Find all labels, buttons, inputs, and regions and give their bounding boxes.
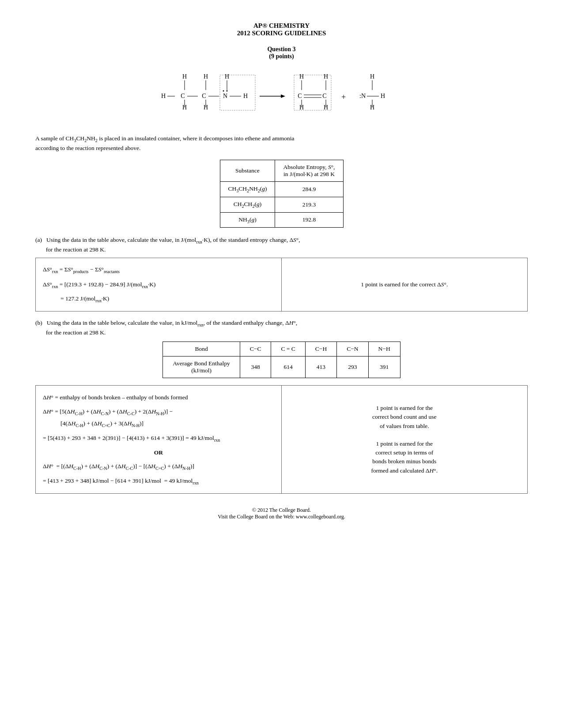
bond-cn-value: 293	[337, 356, 368, 378]
svg-marker-23	[281, 94, 285, 98]
substance-1: CH3CH2NH2(g)	[220, 182, 275, 197]
part-b-answer-box: ΔH° = enthalpy of bonds broken – enthalp…	[35, 385, 528, 494]
bond-nh-value: 391	[368, 356, 400, 378]
bond-table-header-nh: N−H	[368, 342, 400, 356]
part-a-scoring: 1 point is earned for the correct ΔS°.	[282, 258, 528, 311]
question-label: Question 3	[35, 46, 528, 53]
part-b-scoring-text-2: 1 point is earned for thecorrect setup i…	[371, 439, 438, 475]
chemical-equation-diagram: H H H H C C N H H H H H	[35, 69, 528, 126]
entropy-table: Substance Absolute Entropy, S°,in J/(mol…	[220, 160, 344, 228]
part-b-question: (b) Using the data in the table below, c…	[35, 319, 528, 337]
svg-text:H: H	[161, 93, 165, 99]
part-a-answer-left: ΔS°rxn = ΣS°products − ΣS°reactants ΔS°r…	[36, 258, 282, 311]
substance-3: NH3(g)	[220, 212, 275, 228]
svg-text:C: C	[322, 93, 326, 99]
svg-text::N: :N	[359, 93, 366, 99]
question-points: (9 points)	[35, 53, 528, 60]
bond-table-header-bond: Bond	[163, 342, 240, 356]
part-b-or: OR	[43, 447, 274, 458]
title-line1: AP® CHEMISTRY	[35, 22, 528, 30]
svg-text:H: H	[299, 73, 303, 80]
part-b-scoring: 1 point is earned for thecorrect bond co…	[282, 386, 528, 493]
entropy-value-1: 284.9	[275, 182, 343, 197]
part-b-answer-left: ΔH° = enthalpy of bonds broken – enthalp…	[36, 386, 282, 493]
part-a-eq1: ΔS°rxn = ΣS°products − ΣS°reactants	[43, 264, 274, 276]
footer-line2: Visit the College Board on the Web: www.…	[35, 514, 528, 520]
part-a-eq2: ΔS°rxn = [(219.3 + 192.8) − 284.9] J/(mo…	[43, 279, 274, 291]
entropy-table-header-substance: Substance	[220, 160, 275, 182]
svg-point-14	[223, 90, 224, 92]
page-header: AP® CHEMISTRY 2012 SCORING GUIDELINES	[35, 22, 528, 37]
bond-cdc-value: 614	[271, 356, 305, 378]
bond-enthalpy-label: Average Bond Enthalpy(kJ/mol)	[163, 356, 240, 378]
svg-text:H: H	[323, 73, 328, 80]
part-b-eq5: ΔH° = [(ΔHC-H) + (ΔHC-N) + (ΔHC-C)] − [(…	[43, 461, 274, 473]
bond-table-row-enthalpy: Average Bond Enthalpy(kJ/mol) 348 614 41…	[163, 356, 400, 378]
bond-table-header-cc: C−C	[240, 342, 271, 356]
part-a-answer-box: ΔS°rxn = ΣS°products − ΣS°reactants ΔS°r…	[35, 258, 528, 311]
entropy-value-3: 192.8	[275, 212, 343, 228]
question-title: Question 3 (9 points)	[35, 46, 528, 60]
part-b-eq3: [4(ΔHC-H) + (ΔHC=C) + 3(ΔHN-H)]	[60, 418, 274, 430]
bond-ch-value: 413	[305, 356, 336, 378]
part-a-eq3: = 127.2 J/(molrxn·K)	[60, 293, 274, 305]
title-line2: 2012 SCORING GUIDELINES	[35, 30, 528, 37]
svg-text:C: C	[181, 93, 185, 99]
part-b-eq6: = [413 + 293 + 348] kJ/mol − [614 + 391]…	[43, 475, 274, 487]
bond-table-header-cdbc: C = C	[271, 342, 305, 356]
description: A sample of CH3CH2NH2 is placed in an in…	[35, 134, 528, 153]
entropy-table-header-entropy: Absolute Entropy, S°,in J/(mol·K) at 298…	[275, 160, 343, 182]
svg-text:H: H	[380, 93, 385, 99]
entropy-value-2: 219.3	[275, 197, 343, 212]
part-b-eq2: ΔH° = [5(ΔHC-H) + (ΔHC-N) + (ΔHC-C) + 2(…	[43, 406, 274, 418]
footer-line1: © 2012 The College Board.	[35, 507, 528, 514]
svg-text:H: H	[224, 73, 229, 80]
part-b-scoring-text-1: 1 point is earned for thecorrect bond co…	[372, 404, 436, 431]
svg-text:H: H	[203, 73, 208, 80]
svg-text:C: C	[202, 93, 206, 99]
svg-text:H: H	[243, 93, 247, 99]
page-footer: © 2012 The College Board. Visit the Coll…	[35, 507, 528, 520]
part-b-eq4: = [5(413) + 293 + 348 + 2(391)] − [4(413…	[43, 432, 274, 444]
svg-text:C: C	[298, 93, 302, 99]
entropy-table-row-2: CH2CH2(g) 219.3	[220, 197, 343, 212]
part-b-eq1: ΔH° = enthalpy of bonds broken – enthalp…	[43, 392, 274, 403]
svg-text:N: N	[223, 93, 227, 99]
entropy-table-row-3: NH3(g) 192.8	[220, 212, 343, 228]
bond-cc-value: 348	[240, 356, 271, 378]
bond-table: Bond C−C C = C C−H C−N N−H Average Bond …	[162, 341, 400, 378]
part-a-scoring-text: 1 point is earned for the correct ΔS°.	[361, 279, 448, 290]
entropy-table-row-1: CH3CH2NH2(g) 284.9	[220, 182, 343, 197]
structural-formula-svg: H H H H C C N H H H H H	[127, 69, 436, 126]
svg-text:H: H	[370, 73, 374, 80]
bond-table-header-cn: C−N	[337, 342, 368, 356]
svg-point-15	[226, 90, 227, 92]
svg-text:H: H	[182, 73, 186, 80]
svg-text:+: +	[341, 93, 345, 101]
part-a-question: (a) Using the data in the table above, c…	[35, 236, 528, 254]
substance-2: CH2CH2(g)	[220, 197, 275, 212]
bond-table-header-ch: C−H	[305, 342, 336, 356]
